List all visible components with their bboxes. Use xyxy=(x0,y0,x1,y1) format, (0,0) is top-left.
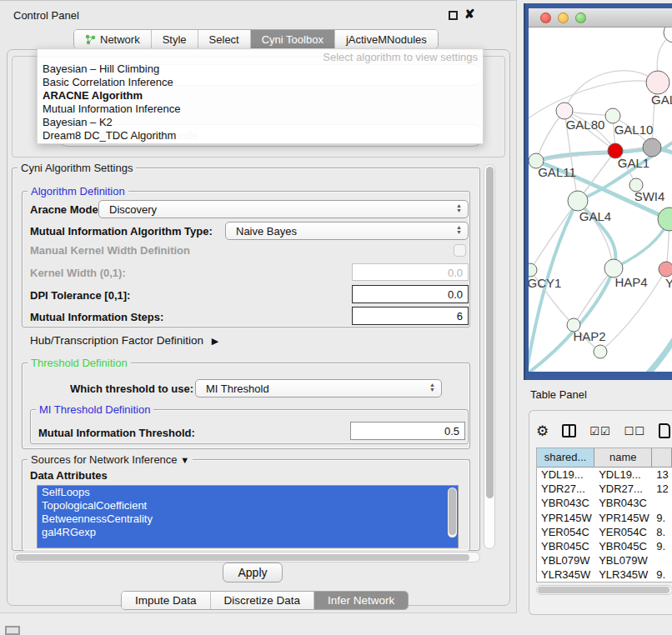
cyni-bottom-tabs: Impute Data Discretize Data Infer Networ… xyxy=(121,591,409,610)
algorithm-option[interactable]: ARACNE Algorithm xyxy=(43,89,143,102)
group-title: Algorithm Definition xyxy=(28,185,128,198)
manual-kernel-checkbox[interactable] xyxy=(454,244,466,257)
scrollbar-thumb[interactable] xyxy=(486,167,494,498)
table-row[interactable]: YDL19...YDL19...13 xyxy=(537,468,672,482)
mac-zoom-icon[interactable] xyxy=(575,12,586,23)
data-attributes-list[interactable]: SelfLoopsTopologicalCoefficientBetweenne… xyxy=(37,485,459,548)
mi-type-value: Naive Bayes xyxy=(236,225,297,238)
network-edge xyxy=(564,71,658,111)
table-cell: YBR043C xyxy=(537,496,594,510)
combo-arrows-icon: ▲▼ xyxy=(429,382,435,392)
close-icon[interactable]: ✘ xyxy=(464,7,475,22)
attribute-item-selected[interactable]: gal4RGexp xyxy=(38,526,458,539)
tab-label: Cyni Toolbox xyxy=(262,33,323,46)
columns-icon[interactable] xyxy=(562,424,576,438)
dpi-tolerance-input[interactable]: 0.0 xyxy=(352,285,469,303)
network-node-gal4[interactable] xyxy=(568,191,588,211)
aracne-mode-combobox[interactable]: Discovery ▲▼ xyxy=(98,200,469,218)
node-label: GAL80 xyxy=(566,118,605,132)
network-node-gal80[interactable] xyxy=(556,102,573,119)
node-label: GAL xyxy=(651,92,672,107)
deselect-all-icon[interactable]: ☐☐ xyxy=(624,425,645,438)
table-row[interactable]: YIL052CYIL052C9. xyxy=(537,582,672,583)
table-row[interactable]: YDR27...YDR27...12 xyxy=(537,482,672,496)
mac-minimize-icon[interactable] xyxy=(558,12,569,23)
table-cell: 12 xyxy=(652,482,672,496)
network-node-y[interactable] xyxy=(659,262,672,277)
algorithm-option[interactable]: Bayesian – K2 xyxy=(43,116,113,129)
which-threshold-combobox[interactable]: MI Threshold ▲▼ xyxy=(195,379,442,398)
table-body: YDL19...YDL19...13YDR27...YDR27...12YBR0… xyxy=(537,468,672,582)
tab-label: Impute Data xyxy=(135,594,197,607)
select-all-icon[interactable]: ☑☑ xyxy=(589,425,610,438)
table-row[interactable]: YBR043CYBR043C xyxy=(537,496,672,510)
hub-definition-toggle[interactable]: Hub/Transcription Factor Definition ▶ xyxy=(30,334,218,347)
network-node-gal[interactable] xyxy=(646,71,669,94)
node-label: SWI4 xyxy=(634,189,665,203)
table-row[interactable]: YER054CYER054C8. xyxy=(537,525,672,539)
attribute-item-selected[interactable]: TopologicalCoefficient xyxy=(38,499,458,512)
node-label: GAL11 xyxy=(538,165,576,179)
table-row[interactable]: YBR045CYBR045C9. xyxy=(537,539,672,553)
tab-infer-network[interactable]: Infer Network xyxy=(314,592,408,609)
apply-button[interactable]: Apply xyxy=(223,562,283,582)
algorithm-option[interactable]: Dream8 DC_TDC Algorithm xyxy=(43,129,176,142)
node-label: HAP2 xyxy=(573,329,605,343)
mi-steps-input[interactable]: 6 xyxy=(352,307,469,325)
node-label: HAP4 xyxy=(614,275,647,289)
network-node-gal10[interactable] xyxy=(605,108,620,123)
table-row[interactable]: YBL079WYBL079W xyxy=(537,553,672,568)
tab-network[interactable]: Network xyxy=(74,30,152,48)
cut-off-icon[interactable] xyxy=(5,626,20,635)
tab-label: Network xyxy=(100,33,140,46)
mi-threshold-input[interactable]: 0.5 xyxy=(350,422,465,440)
gear-icon[interactable]: ⚙ xyxy=(536,422,549,440)
column-header-shared-name[interactable]: shared... xyxy=(537,448,594,468)
table-row[interactable]: YPR145WYPR145W9. xyxy=(537,511,672,525)
algorithm-option[interactable]: Bayesian – Hill Climbing xyxy=(43,62,159,76)
tab-jactivemnodules[interactable]: jActiveMNodules xyxy=(335,30,438,48)
document-icon[interactable] xyxy=(659,423,670,438)
algorithm-option[interactable]: Basic Correlation Inference xyxy=(43,76,173,89)
scrollbar-thumb[interactable] xyxy=(538,587,669,593)
tab-impute-data[interactable]: Impute Data xyxy=(122,592,211,609)
scrollbar-thumb[interactable] xyxy=(16,554,469,561)
kernel-width-input[interactable]: 0.0 xyxy=(352,263,469,281)
network-node[interactable] xyxy=(658,208,672,231)
mi-type-combobox[interactable]: Naive Bayes ▲▼ xyxy=(225,222,469,240)
network-node[interactable] xyxy=(594,345,607,358)
table-row[interactable]: YLR345WYLR345W9. xyxy=(537,568,672,582)
attribute-item-selected[interactable]: SelfLoops xyxy=(38,486,458,499)
tab-discretize-data[interactable]: Discretize Data xyxy=(211,592,315,609)
table-toolbar: ⚙ ☑☑ ☐☐ xyxy=(536,419,672,442)
algorithm-dropdown-placeholder: Select algorithm to view settings xyxy=(323,51,478,63)
tab-select[interactable]: Select xyxy=(198,30,251,48)
group-title: MI Threshold Definition xyxy=(36,403,153,416)
tab-cyni-toolbox[interactable]: Cyni Toolbox xyxy=(251,30,335,48)
network-window-titlebar[interactable] xyxy=(529,8,672,28)
network-node-gcy1[interactable] xyxy=(529,263,537,277)
table-cell xyxy=(652,553,672,568)
settings-vertical-scrollbar[interactable] xyxy=(484,164,495,549)
network-node[interactable] xyxy=(643,138,661,157)
tab-style[interactable]: Style xyxy=(152,30,198,48)
network-graph: GALGAL80GAL10GAL1GAL11GAL4SWI4GCY1HAP4YH… xyxy=(529,28,672,372)
scrollbar-thumb[interactable] xyxy=(449,488,456,535)
column-header-name[interactable]: name xyxy=(594,448,652,468)
float-window-icon[interactable] xyxy=(449,11,458,20)
table-cell: YBL079W xyxy=(594,553,652,568)
algorithm-option[interactable]: Mutual Information Inference xyxy=(43,102,180,116)
attribute-item-selected[interactable]: BetweennessCentrality xyxy=(38,512,458,526)
mac-close-icon[interactable] xyxy=(540,12,551,23)
list-vertical-scrollbar[interactable] xyxy=(448,488,457,538)
group-title: Threshold Definition xyxy=(28,357,131,369)
network-edge xyxy=(574,268,614,325)
settings-horizontal-scrollbar[interactable] xyxy=(13,552,480,562)
sources-toggle[interactable]: Sources for Network Inference ▼ xyxy=(28,453,193,466)
table-horizontal-scrollbar[interactable] xyxy=(536,585,672,595)
column-header-cutoff[interactable] xyxy=(652,448,672,468)
which-threshold-label: Which threshold to use: xyxy=(70,382,193,395)
mi-steps-label: Mutual Information Steps: xyxy=(30,311,163,323)
network-canvas[interactable]: GALGAL80GAL10GAL1GAL11GAL4SWI4GCY1HAP4YH… xyxy=(529,28,672,372)
table-cell: 8. xyxy=(652,525,672,539)
